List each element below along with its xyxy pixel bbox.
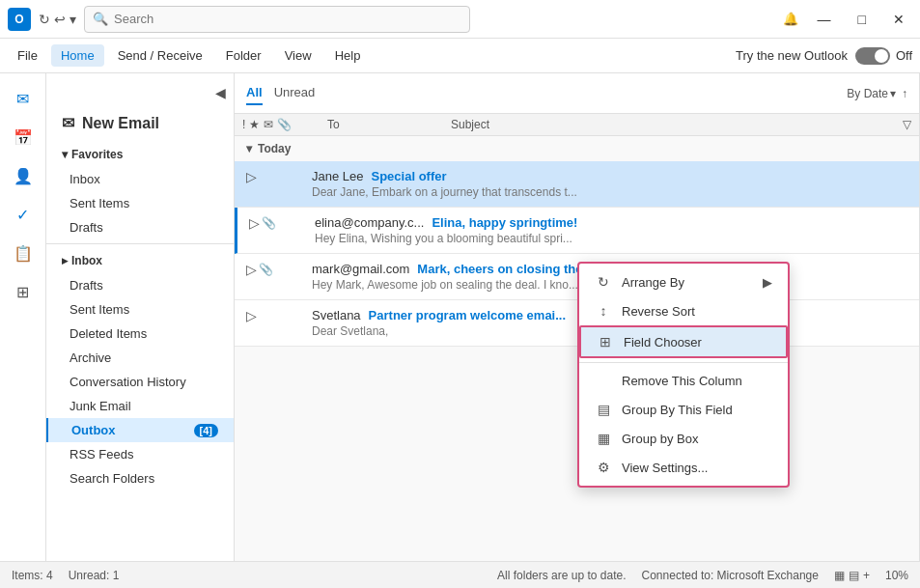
- send-indicator-icon: ▷: [246, 169, 257, 184]
- folder-sent-items[interactable]: Sent Items: [46, 297, 234, 322]
- folder-favorites-sent[interactable]: Sent Items: [46, 191, 234, 215]
- undo-icons: ↻ ↩ ▾: [39, 12, 76, 27]
- col-to-header[interactable]: To: [327, 118, 443, 131]
- search-input[interactable]: [114, 12, 461, 26]
- folder-conversation-history[interactable]: Conversation History: [46, 370, 234, 394]
- maximize-button[interactable]: □: [850, 8, 874, 31]
- ctx-field-chooser[interactable]: ⊞ Field Chooser: [579, 325, 788, 358]
- ctx-group-by-field[interactable]: ▤ Group By This Field: [579, 395, 788, 424]
- folder-outbox[interactable]: Outbox [4]: [46, 418, 234, 442]
- menu-view[interactable]: View: [275, 44, 321, 67]
- new-email-button[interactable]: ✉ New Email: [46, 104, 234, 142]
- inbox-chevron-icon: ▸: [62, 254, 68, 267]
- folder-deleted-items[interactable]: Deleted Items: [46, 322, 234, 346]
- search-box[interactable]: 🔍: [84, 6, 470, 33]
- nav-mail[interactable]: ✉: [6, 81, 41, 116]
- tab-unread[interactable]: Unread: [274, 81, 316, 105]
- folder-favorites-drafts[interactable]: Drafts: [46, 215, 234, 239]
- ctx-reverse-sort[interactable]: ↕ Reverse Sort: [579, 296, 788, 325]
- ctx-remove-column[interactable]: Remove This Column: [579, 367, 788, 395]
- view-list-icon[interactable]: ▤: [849, 569, 859, 582]
- ctx-arrow-icon: ▶: [763, 275, 772, 290]
- menu-file[interactable]: File: [8, 44, 47, 67]
- add-view-icon[interactable]: +: [863, 569, 870, 582]
- ctx-group-box-label: Group by Box: [622, 432, 699, 446]
- tab-all[interactable]: All: [246, 81, 263, 105]
- email-item[interactable]: ▷ Jane Lee Special offer Dear Jane, Emba…: [235, 161, 919, 208]
- email-indicators: ▷: [246, 308, 304, 323]
- sort-by-date-button[interactable]: By Date ▾: [847, 87, 896, 100]
- menu-bar: File Home Send / Receive Folder View Hel…: [0, 39, 920, 73]
- menu-home[interactable]: Home: [51, 44, 104, 67]
- email-body: elina@company.c... Elina, happy springti…: [315, 215, 907, 245]
- nav-contacts[interactable]: 👤: [6, 158, 41, 193]
- email-column-headers: ! ★ ✉ 📎 To Subject ▽: [235, 114, 919, 136]
- folder-junk-email[interactable]: Junk Email: [46, 394, 234, 418]
- new-outlook-toggle[interactable]: Off: [855, 47, 912, 65]
- ctx-view-settings[interactable]: ⚙ View Settings...: [579, 453, 788, 482]
- email-sender: Jane Lee: [312, 169, 364, 183]
- undo-icon[interactable]: ↩: [54, 12, 66, 27]
- dropdown-icon[interactable]: ▾: [70, 12, 76, 27]
- nav-notes[interactable]: 📋: [6, 236, 41, 270]
- new-email-icon: ✉: [62, 114, 74, 132]
- group-label: Today: [258, 142, 291, 155]
- send-indicator-icon: ▷: [246, 308, 257, 323]
- minimize-button[interactable]: —: [810, 8, 839, 31]
- nav-apps[interactable]: ⊞: [6, 274, 41, 309]
- unread-count: Unread: 1: [69, 569, 120, 582]
- favorites-section[interactable]: ▾ Favorites: [46, 142, 234, 167]
- zoom-level: 10%: [885, 569, 908, 582]
- email-subject: Elina, happy springtime!: [432, 215, 577, 230]
- favorites-label: Favorites: [71, 148, 123, 161]
- attach-col-icon: 📎: [277, 118, 292, 131]
- email-item[interactable]: ▷ 📎 elina@company.c... Elina, happy spri…: [235, 208, 919, 254]
- folder-archive[interactable]: Archive: [46, 346, 234, 370]
- send-indicator-icon: ▷: [246, 262, 257, 277]
- col-subject-header[interactable]: Subject: [451, 118, 895, 131]
- folder-search-folders[interactable]: Search Folders: [46, 466, 234, 490]
- inbox-section[interactable]: ▸ Inbox: [46, 248, 234, 273]
- email-sender: Svetlana: [312, 308, 361, 322]
- attachment-icon: 📎: [259, 263, 273, 276]
- ctx-group-by-box[interactable]: ▦ Group by Box: [579, 424, 788, 453]
- email-subject: Partner program welcome emai...: [369, 308, 566, 322]
- ctx-remove-col-label: Remove This Column: [622, 374, 742, 388]
- bell-icon[interactable]: 🔔: [783, 12, 798, 26]
- col-filter-icon[interactable]: ▽: [903, 118, 911, 131]
- title-bar-right: 🔔 — □ ✕: [783, 8, 912, 31]
- folder-favorites-inbox[interactable]: Inbox: [46, 167, 234, 191]
- sort-direction-icon[interactable]: ↑: [902, 87, 907, 100]
- menu-folder[interactable]: Folder: [216, 44, 271, 67]
- group-box-icon: ▦: [595, 431, 612, 446]
- email-subject: Special offer: [372, 169, 447, 183]
- refresh-icon[interactable]: ↻: [39, 12, 50, 27]
- email-indicators: ▷ 📎: [249, 215, 307, 231]
- menu-send-receive[interactable]: Send / Receive: [108, 44, 212, 67]
- sync-status: All folders are up to date.: [497, 569, 626, 582]
- title-bar: O ↻ ↩ ▾ 🔍 🔔 — □ ✕: [0, 0, 920, 39]
- search-icon: 🔍: [93, 12, 108, 26]
- try-new-label: Try the new Outlook: [736, 48, 848, 63]
- folder-rss-feeds[interactable]: RSS Feeds: [46, 442, 234, 466]
- exchange-status: Connected to: Microsoft Exchange: [642, 569, 819, 582]
- reverse-sort-icon: ↕: [595, 303, 612, 319]
- email-top: Jane Lee Special offer: [312, 169, 907, 183]
- close-button[interactable]: ✕: [885, 8, 912, 31]
- toggle-track[interactable]: [855, 47, 890, 65]
- folder-drafts[interactable]: Drafts: [46, 273, 234, 297]
- nav-tasks[interactable]: ✓: [6, 197, 41, 232]
- flag-icon: !: [242, 118, 245, 131]
- collapse-panel-icon[interactable]: ◀: [215, 85, 226, 100]
- email-body: Jane Lee Special offer Dear Jane, Embark…: [312, 169, 907, 199]
- attachment-icon: 📎: [262, 216, 276, 230]
- menu-help[interactable]: Help: [325, 44, 371, 67]
- toggle-thumb: [875, 49, 888, 63]
- menu-bar-right: Try the new Outlook Off: [736, 47, 912, 65]
- view-buttons: ▦ ▤ +: [834, 569, 870, 582]
- star-icon: ★: [249, 118, 260, 131]
- col-icons-header: ! ★ ✉ 📎: [242, 118, 320, 131]
- view-compact-icon[interactable]: ▦: [834, 569, 845, 582]
- nav-calendar[interactable]: 📅: [6, 120, 41, 154]
- ctx-arrange-by[interactable]: ↻ Arrange By ▶: [579, 267, 788, 296]
